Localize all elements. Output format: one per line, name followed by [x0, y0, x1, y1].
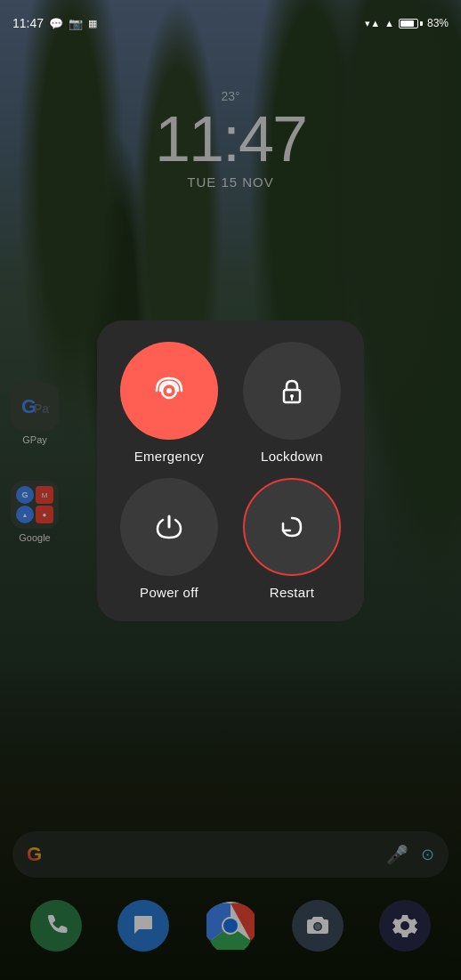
battery-percent: 83%: [427, 17, 449, 29]
lockdown-label: Lockdown: [261, 449, 323, 464]
power-menu: Emergency Lockdown Power off: [97, 320, 364, 621]
poweroff-icon: [151, 509, 187, 545]
whatsapp-icon: 💬: [49, 17, 63, 30]
grid-icon: ▦: [88, 18, 97, 29]
wifi-icon: ▲: [384, 18, 394, 28]
instagram-icon: 📷: [69, 17, 83, 30]
poweroff-button[interactable]: Power off: [115, 478, 223, 600]
restart-label: Restart: [270, 585, 314, 600]
lockdown-icon: [274, 373, 310, 409]
restart-circle: [243, 478, 341, 576]
restart-button[interactable]: Restart: [238, 478, 346, 600]
status-bar: 11:47 💬 📷 ▦ ▾▲ ▲ 83%: [0, 0, 461, 39]
poweroff-circle: [120, 478, 218, 576]
poweroff-label: Power off: [140, 585, 198, 600]
emergency-circle: [120, 342, 218, 440]
battery-indicator: [399, 19, 423, 28]
restart-icon: [274, 509, 310, 545]
lockdown-button[interactable]: Lockdown: [238, 342, 346, 464]
svg-point-3: [166, 388, 172, 393]
emergency-button[interactable]: Emergency: [115, 342, 223, 464]
emergency-icon: [151, 373, 187, 409]
emergency-label: Emergency: [134, 449, 205, 464]
signal-icon: ▾▲: [365, 18, 380, 29]
status-time: 11:47: [12, 16, 44, 30]
lockdown-circle: [243, 342, 341, 440]
